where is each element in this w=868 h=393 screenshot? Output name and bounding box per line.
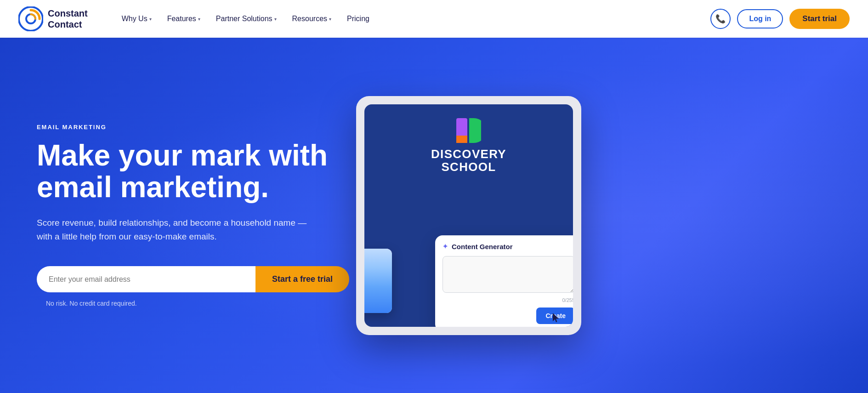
nav-resources[interactable]: Resources ▾ — [286, 11, 338, 27]
discovery-school-logo-icon — [456, 118, 481, 143]
email-input[interactable] — [37, 266, 255, 292]
login-button[interactable]: Log in — [737, 9, 783, 28]
logo-link[interactable]: Constant Contact — [18, 6, 88, 31]
character-counter: 0/255 — [443, 297, 573, 303]
nav-why-us[interactable]: Why Us ▾ — [115, 11, 158, 27]
diamond-icon: ✦ — [443, 243, 448, 250]
chevron-down-icon: ▾ — [329, 17, 331, 22]
phone-button[interactable]: 📞 — [710, 9, 731, 29]
hero-section: EMAIL MARKETING Make your mark with emai… — [0, 38, 868, 393]
hero-right: DISCOVERY SCHOOL ✦ Content Generator 0/2… — [349, 96, 588, 335]
hero-eyebrow: EMAIL MARKETING — [37, 124, 349, 131]
start-free-trial-button[interactable]: Start a free trial — [255, 266, 349, 292]
card-header: ✦ Content Generator — [443, 243, 573, 251]
nav-pricing[interactable]: Pricing — [340, 11, 376, 27]
hero-title: Make your mark with email marketing. — [37, 140, 349, 203]
device-screen: DISCOVERY SCHOOL ✦ Content Generator 0/2… — [364, 104, 573, 327]
image-preview-card — [364, 249, 392, 313]
logo-text: Constant Contact — [48, 8, 88, 30]
logo-icon — [18, 6, 43, 31]
content-generator-card: ✦ Content Generator 0/255 Create — [435, 235, 573, 327]
chevron-down-icon: ▾ — [274, 17, 277, 22]
cursor-icon — [553, 313, 560, 323]
navbar: Constant Contact Why Us ▾ Features ▾ Par… — [0, 0, 868, 38]
chevron-down-icon: ▾ — [198, 17, 200, 22]
chevron-down-icon: ▾ — [149, 17, 152, 22]
device-mockup: DISCOVERY SCHOOL ✦ Content Generator 0/2… — [356, 96, 581, 335]
content-textarea[interactable] — [443, 256, 573, 293]
phone-icon: 📞 — [715, 14, 726, 24]
image-placeholder — [364, 249, 392, 313]
school-logo — [456, 118, 481, 143]
school-name: DISCOVERY SCHOOL — [431, 148, 506, 174]
nav-actions: 📞 Log in Start trial — [710, 9, 850, 29]
nav-partner-solutions[interactable]: Partner Solutions ▾ — [210, 11, 283, 27]
start-trial-button[interactable]: Start trial — [789, 9, 850, 29]
svg-rect-3 — [456, 136, 467, 143]
hero-disclaimer: No risk. No credit card required. — [46, 300, 349, 307]
nav-features[interactable]: Features ▾ — [161, 11, 207, 27]
hero-left: EMAIL MARKETING Make your mark with emai… — [37, 124, 349, 307]
hero-form: Start a free trial — [37, 266, 349, 292]
hero-subtitle: Score revenue, build relationships, and … — [37, 216, 312, 243]
nav-links: Why Us ▾ Features ▾ Partner Solutions ▾ … — [115, 11, 711, 27]
